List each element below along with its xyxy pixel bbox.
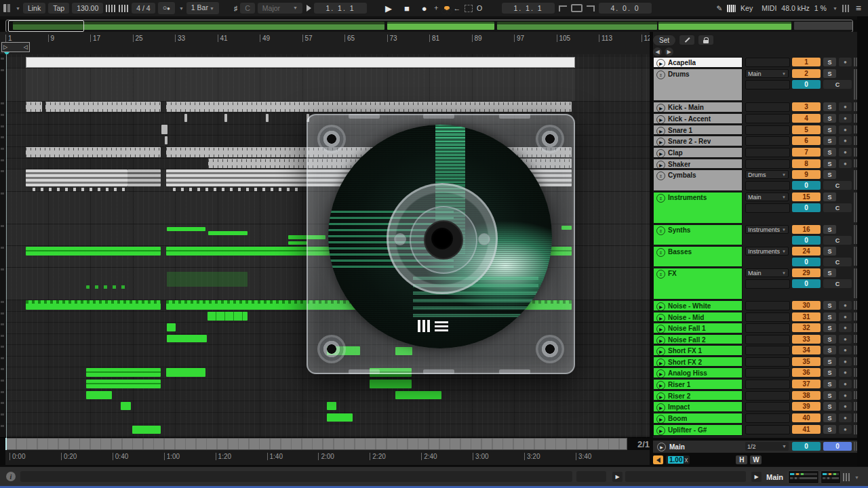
solo-button[interactable]: S: [823, 335, 836, 344]
send-value[interactable]: 0: [792, 236, 821, 245]
clip[interactable]: [327, 402, 336, 410]
track-number-badge[interactable]: 6: [792, 136, 821, 145]
scale-icon[interactable]: ♯: [234, 4, 237, 12]
track-number-badge[interactable]: 16: [792, 225, 821, 234]
tap-tempo-button[interactable]: Tap: [48, 3, 69, 14]
track-play-icon[interactable]: ▶: [656, 104, 665, 113]
arm-record-button[interactable]: ●: [839, 312, 852, 321]
midi-map-button[interactable]: MIDI: [762, 4, 776, 12]
track-routing-menu[interactable]: Drums▼: [745, 170, 789, 179]
main-send-value[interactable]: 0: [792, 442, 821, 451]
automation-cell[interactable]: [745, 148, 790, 157]
track-number-badge[interactable]: 31: [792, 312, 821, 321]
send-value[interactable]: 0: [792, 279, 821, 288]
track-play-icon[interactable]: ▶: [656, 347, 665, 356]
zoom-height-button[interactable]: H: [736, 455, 747, 464]
clip[interactable]: [166, 102, 572, 112]
track-play-icon[interactable]: ▶: [656, 403, 665, 412]
main-track-row[interactable]: ▶ Main 1/2▼ 0 0: [653, 441, 857, 453]
overload-menu-icon[interactable]: ≡: [856, 3, 861, 14]
track-name[interactable]: ▶Noise - Mid: [653, 312, 743, 322]
main-chain-play-icon[interactable]: ▶: [751, 472, 762, 482]
device-thumbnail[interactable]: [788, 470, 819, 484]
track-play-icon[interactable]: ▶: [656, 127, 665, 136]
track-routing-menu[interactable]: Main▼: [745, 69, 789, 78]
overview-viewport-box[interactable]: [8, 20, 84, 32]
automation-cell[interactable]: [745, 136, 790, 146]
solo-button[interactable]: S: [823, 247, 836, 256]
solo-button[interactable]: S: [823, 391, 836, 400]
group-fold-icon[interactable]: ≡: [656, 194, 665, 203]
automation-cell[interactable]: [745, 402, 790, 411]
clip[interactable]: [26, 57, 575, 68]
quantize-menu[interactable]: 1 Bar▼: [186, 2, 219, 14]
metronome-button[interactable]: ○●: [158, 2, 175, 14]
track-name[interactable]: ▶Noise Fall 2: [653, 334, 743, 344]
track-name[interactable]: ▶Acapella: [653, 57, 743, 68]
solo-button[interactable]: S: [823, 69, 836, 78]
arm-record-button[interactable]: ●: [839, 380, 852, 388]
output-meter-caret-icon[interactable]: ▼: [854, 475, 859, 480]
clip[interactable]: [127, 169, 161, 186]
send-value[interactable]: 0: [792, 181, 821, 190]
clip[interactable]: [208, 231, 248, 235]
arm-record-button[interactable]: ●: [839, 402, 852, 411]
track-number-badge[interactable]: 39: [792, 402, 821, 411]
track-number-badge[interactable]: 2: [792, 69, 821, 78]
arm-record-button[interactable]: ●: [839, 136, 852, 145]
loop-start-field[interactable]: 1. 1. 1: [502, 3, 555, 14]
track-play-icon[interactable]: ▶: [656, 392, 665, 401]
solo-button[interactable]: S: [823, 114, 836, 123]
draw-automation-button[interactable]: [679, 35, 694, 45]
loop-brace[interactable]: ▷◁: [1, 42, 30, 52]
loop-length-field[interactable]: 4. 0. 0: [599, 3, 652, 14]
track-name[interactable]: ▶Uplifter - G#: [653, 424, 743, 436]
draw-selection-icon[interactable]: [465, 5, 473, 12]
clip[interactable]: [327, 413, 353, 422]
playback-speed-field[interactable]: 1.00x: [666, 455, 690, 464]
track-play-icon[interactable]: ▶: [656, 336, 665, 345]
clip[interactable]: [86, 368, 161, 377]
track-name[interactable]: ≡Instruments: [653, 192, 743, 224]
arm-record-button[interactable]: ●: [839, 413, 852, 422]
track-number-badge[interactable]: 30: [792, 301, 821, 310]
track-routing-menu[interactable]: Main▼: [745, 192, 789, 201]
zoom-width-button[interactable]: W: [750, 455, 762, 464]
track-name[interactable]: ▶Short FX 2: [653, 357, 743, 367]
track-name[interactable]: ▶Impact: [653, 401, 743, 412]
arm-record-button[interactable]: ●: [839, 346, 852, 354]
arm-record-button[interactable]: ●: [839, 58, 852, 66]
crossfade-button[interactable]: C: [823, 181, 852, 190]
group-fold-icon[interactable]: ≡: [656, 70, 665, 79]
track-number-badge[interactable]: 38: [792, 391, 821, 400]
track-name[interactable]: ▶Clap: [653, 147, 743, 158]
solo-button[interactable]: S: [823, 323, 836, 332]
solo-button[interactable]: S: [823, 301, 836, 310]
clip[interactable]: [208, 312, 248, 321]
nudge-up-button[interactable]: [119, 5, 129, 12]
crossfade-button[interactable]: C: [823, 80, 852, 89]
solo-button[interactable]: S: [823, 148, 836, 157]
clip[interactable]: [86, 285, 129, 289]
clip[interactable]: [173, 188, 302, 191]
automation-cell[interactable]: [745, 312, 790, 322]
back-to-arrangement-icon[interactable]: ←: [454, 4, 461, 12]
clip[interactable]: [26, 147, 161, 157]
track-play-icon[interactable]: ▶: [656, 381, 665, 390]
track-number-badge[interactable]: 36: [792, 368, 821, 377]
play-button[interactable]: ▶: [382, 3, 395, 14]
track-number-badge[interactable]: 5: [792, 125, 821, 134]
track-play-icon[interactable]: ▶: [656, 161, 665, 169]
nudge-down-button[interactable]: [106, 5, 116, 12]
solo-button[interactable]: S: [823, 225, 836, 234]
clip[interactable]: [121, 402, 131, 410]
track-play-icon[interactable]: ▶: [656, 359, 665, 367]
send-value[interactable]: 0: [792, 258, 821, 266]
automation-cell[interactable]: [745, 301, 790, 310]
solo-button[interactable]: S: [823, 170, 836, 179]
arm-record-button[interactable]: ●: [839, 125, 852, 134]
arm-record-button[interactable]: ●: [839, 159, 852, 168]
solo-button[interactable]: S: [823, 58, 836, 66]
arm-record-button[interactable]: ●: [839, 114, 852, 123]
group-fold-icon[interactable]: ≡: [656, 270, 665, 279]
